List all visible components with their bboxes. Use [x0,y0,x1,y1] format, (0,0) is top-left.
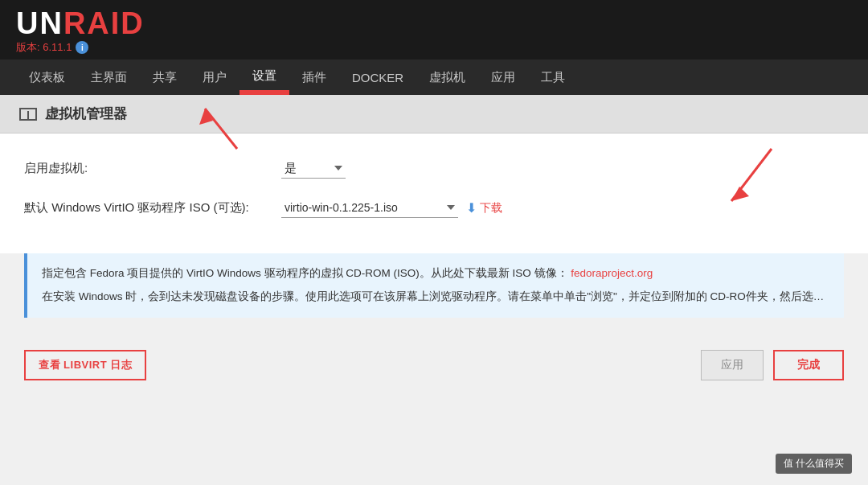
footer-left: 查看 LIBVIRT 日志 [24,350,146,380]
logo-un: UN [16,6,63,40]
fedora-link[interactable]: fedoraproject.org [571,267,653,279]
footer-area: 查看 LIBVIRT 日志 应用 完成 [0,334,868,397]
enable-vm-row: 启用虚拟机: 是 否 [24,158,844,179]
download-link[interactable]: ⬇ 下载 [466,200,502,216]
version-text: 版本: 6.11.1 [16,40,72,55]
enable-vm-label: 启用虚拟机: [24,161,281,176]
info-line1: 指定包含 Fedora 项目提供的 VirtIO Windows 驱动程序的虚拟… [42,265,829,283]
info-line2: 在安装 Windows 时，会到达未发现磁盘设备的步骤。使用此选项可在该屏幕上浏… [42,288,829,306]
enable-vm-select[interactable]: 是 否 [281,158,346,179]
navbar: 仪表板 主界面 共享 用户 设置 插件 DOCKER 虚拟机 应用 工具 [0,60,868,95]
virtio-control: virtio-win-0.1.225-1.iso ⬇ 下载 [281,198,502,218]
enable-vm-control: 是 否 [281,158,346,179]
watermark: 值 什么值得买 [776,454,852,474]
nav-plugins[interactable]: 插件 [289,60,339,95]
nav-tools[interactable]: 工具 [528,60,578,95]
version-row: 版本: 6.11.1 i [16,40,852,55]
info-box: 指定包含 Fedora 项目提供的 VirtIO Windows 驱动程序的虚拟… [24,253,844,318]
virtio-row: 默认 Windows VirtIO 驱动程序 ISO (可选): virtio-… [24,198,844,218]
nav-dashboard[interactable]: 仪表板 [16,60,78,95]
nav-vm[interactable]: 虚拟机 [416,60,478,95]
logo: UNRAID [16,8,852,39]
log-button[interactable]: 查看 LIBVIRT 日志 [24,350,146,380]
nav-settings[interactable]: 设置 [240,60,289,95]
apply-button[interactable]: 应用 [701,350,764,380]
nav-main[interactable]: 主界面 [78,60,140,95]
download-label: 下载 [480,201,502,216]
nav-docker[interactable]: DOCKER [339,60,416,95]
done-button[interactable]: 完成 [773,350,844,380]
virtio-iso-select[interactable]: virtio-win-0.1.225-1.iso [281,198,458,218]
download-icon: ⬇ [466,200,477,216]
nav-share[interactable]: 共享 [140,60,190,95]
section-header: 虚拟机管理器 [0,95,868,134]
footer-right: 应用 完成 [701,350,844,380]
form-area: 启用虚拟机: 是 否 默认 Windows VirtIO 驱动程序 ISO (可… [0,134,868,253]
nav-user[interactable]: 用户 [190,60,240,95]
header: UNRAID 版本: 6.11.1 i [0,0,868,60]
virtio-label: 默认 Windows VirtIO 驱动程序 ISO (可选): [24,200,281,216]
vm-icon [19,108,37,121]
info-icon[interactable]: i [76,41,88,54]
logo-raid: RAID [63,6,145,40]
nav-apps[interactable]: 应用 [478,60,528,95]
section-title: 虚拟机管理器 [45,105,127,123]
